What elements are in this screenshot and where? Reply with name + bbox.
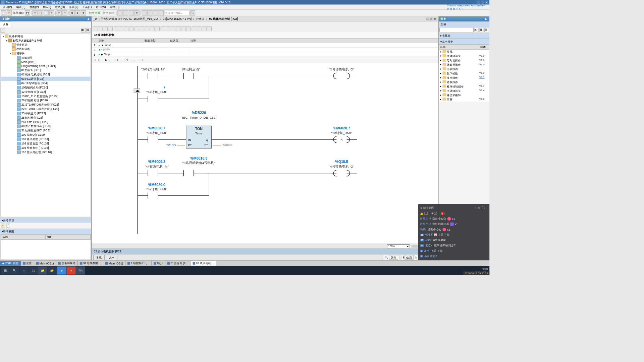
instruction-row[interactable]: ▸位逻辑运算V1.0 [439,54,489,58]
portal-view-tab[interactable]: ◀ Portal 视图 [0,261,21,265]
instruction-row[interactable]: ▸定时器操作V1.0 [439,58,489,63]
lad-branch-close[interactable]: ⟿ [138,58,144,62]
save-icon[interactable]: 💾 [25,10,30,15]
et-6[interactable] [119,26,123,31]
menu-options[interactable]: 选项(N) [67,5,80,9]
tb-7[interactable] [159,10,164,15]
block-interface-grid[interactable]: 名称 数据类型 默认值 注释 1▸ ▼ Input2■ <新增>3▸ ▶ Out… [92,38,439,57]
start-button[interactable]: ⊞ [1,266,10,275]
go-offline-button[interactable]: 转至离线 [102,11,115,15]
tree-item[interactable]: 22 ST2#RFID程序处理 [FC22] [1,107,91,111]
tab-text[interactable]: 文本 [106,255,117,260]
instr-btn-2[interactable]: ▤ [484,28,489,33]
reference-project-header[interactable]: ▾参考项目 [0,218,91,223]
tab-fc1[interactable]: 01主信号 (F… [165,261,191,265]
overview-tab[interactable]: 总览 [21,261,34,265]
et-17[interactable] [176,26,180,31]
tree-item[interactable]: 23 寻托盘号 [FC23] [1,111,91,116]
crumb-root[interactable]: _西门子大型产线项目主PLC S7-1500博图_V16_V18 [93,17,158,20]
et-21[interactable] [197,26,202,31]
taskbar-app-1[interactable]: ◆ [57,266,66,275]
taskbar-folder[interactable]: 📂 [48,266,57,275]
taskbar-explorer[interactable]: 📁 [38,266,47,275]
new-project-button[interactable]: 📄 [1,10,6,15]
tab-axis-1[interactable]: 轴_1 [152,261,165,265]
instruction-row[interactable]: ▸原有V2.6 [439,97,489,102]
instruction-row[interactable]: ▸比较操作 [439,67,489,71]
basic-instructions-section[interactable]: ▾ 基本指令 [439,39,489,45]
tree-item[interactable]: 100 输出Q [FC100] [1,133,91,137]
tree-item[interactable]: 110 指示灯处理 [FC110] [1,150,91,155]
lad-branch-open[interactable]: ↦ [132,58,136,62]
et-7[interactable] [124,26,128,31]
tab-fc31[interactable]: 31 结果数据… [78,261,103,265]
compile-button[interactable]: ⚙ [69,10,74,15]
instr-btn-1[interactable]: ▦ [479,28,484,33]
save-project-button[interactable]: 保存项目 [12,11,24,15]
et-8[interactable] [129,26,134,31]
et-22[interactable] [202,26,207,31]
undo-button[interactable]: ↶ [57,10,62,15]
tree-item[interactable]: Main [OB1] [1,60,91,64]
tb-2[interactable] [123,10,128,15]
delete-button[interactable]: ✕ [49,10,54,15]
detail-view-header[interactable]: ▾详细视图 [0,229,91,234]
et-18[interactable] [181,26,186,31]
instruction-row[interactable]: ▸数学函数V1.0 [439,71,489,76]
taskbar-search[interactable]: 🔍 [10,266,19,275]
lad-contact[interactable]: ⊣·⊢ [112,58,120,62]
tree-item[interactable]: 04 1#与5#通讯 [FC4] [1,81,91,85]
tab-main-ob1-1[interactable]: Main (OB1) [34,261,56,265]
et-10[interactable] [140,26,144,31]
menu-insert[interactable]: 插入(I) [41,5,53,9]
tb-6[interactable] [153,10,158,15]
instruction-row[interactable]: ▸常规 [439,50,489,54]
tree-item[interactable]: 30 生产数据保存 [FC30] [1,124,91,128]
tab-devices[interactable]: 设备和网络 [56,261,78,265]
et-4[interactable] [108,26,113,31]
taskbar-taskview[interactable]: ▯▯ [29,266,38,275]
prop-properties[interactable]: 🔍 属性 [383,255,400,260]
ladder-canvas[interactable]: "2#转角电机_M" 体电机启动" "2号转角电机_Q" ◀▶ [92,63,439,243]
panel-collapse-icon[interactable]: ◀ [86,17,90,21]
tree-item[interactable]: 01主信号 [FC1] [1,68,91,72]
instruction-row[interactable]: ▸转换操作 [439,80,489,84]
lad-no-contact[interactable]: ⊣ ⊢ [93,58,101,62]
taskbar-cortana[interactable]: ○ [19,266,29,275]
tab-main-ob1-2[interactable]: Main (OB1) [103,261,125,265]
crumb-plc[interactable]: 1#[CPU 1512SP-1 PN] [163,17,192,20]
interface-row[interactable]: 2■ <新增> [92,48,438,52]
et-11[interactable] [145,26,150,31]
et-3[interactable] [103,26,108,31]
tb-3[interactable] [129,10,134,15]
et-13[interactable] [155,26,160,31]
tree-item[interactable]: 20 扫描枪处理 [FC20] [1,98,91,103]
tree-item[interactable]: 102 报警复活 [FC102] [1,141,91,146]
tree-item[interactable]: 25 螺钉枪 [FC25] [1,116,91,120]
open-project-button[interactable]: 📂 [7,10,12,15]
tree-item[interactable]: 103 报警复位 [FC103] [1,146,91,150]
chat-expand-icon[interactable]: ⛶ [482,206,485,210]
menu-view[interactable]: 视图(V) [28,5,41,9]
chat-pin-icon[interactable]: ⌖ [475,206,477,210]
menu-window[interactable]: 窗口(W) [94,5,108,9]
tree-item[interactable]: 101 急停处理 [FC101] [1,137,91,141]
tree-item[interactable]: 添加新块 [1,56,91,60]
options-section[interactable]: 选项 [439,21,489,27]
interface-row[interactable]: 1▸ ▼ Input [92,43,438,48]
tab-fc2-active[interactable]: 02 线体电机… [191,261,216,265]
editor-close[interactable]: ✕ [433,17,437,21]
chat-close-icon[interactable]: › [486,206,487,210]
tree-item[interactable]: 02 线体电机控制 [FC2] [1,72,91,77]
tree-item[interactable]: Programming error [OB121] [1,64,91,68]
tree-item[interactable]: 13 PC_PLC 数据交换 [FC13] [1,94,91,98]
instruction-row[interactable]: ▸计数器操作V1.0 [439,63,489,67]
copy-button[interactable]: 📋 [38,10,43,15]
project-tree[interactable]: ▾ 设备和网络 ▾ 1#[CPU 1512SP-1 PN] 设备组态在线和诊断▾… [1,34,91,217]
tb-x[interactable]: ✕ [135,10,140,15]
download-button[interactable]: ⬇ [75,10,80,15]
tree-filter-button[interactable] [1,28,5,33]
go-online-button[interactable]: 转至在线 [88,11,102,15]
menu-help[interactable]: 帮助(H) [108,5,121,9]
instr-pin-icon[interactable]: ▫ [480,17,484,21]
